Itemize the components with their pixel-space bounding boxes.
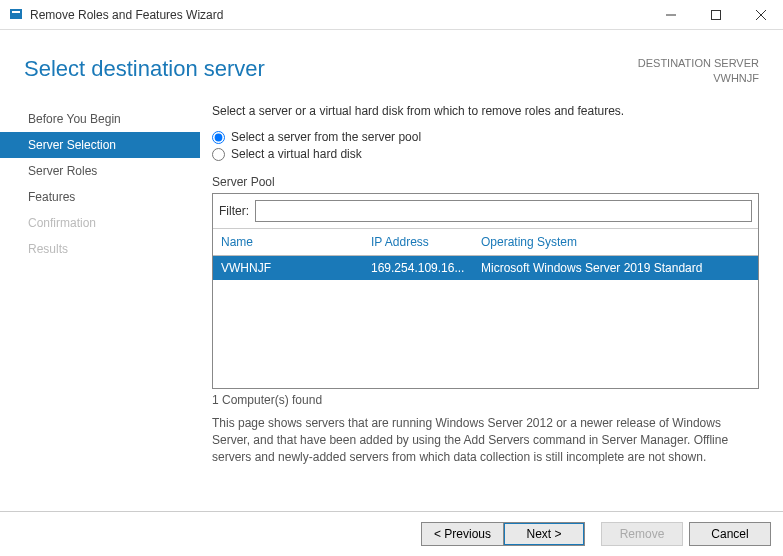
- step-confirmation: Confirmation: [0, 210, 200, 236]
- remove-button: Remove: [601, 522, 683, 546]
- table-row[interactable]: VWHNJF 169.254.109.16... Microsoft Windo…: [213, 256, 758, 280]
- destination-label: DESTINATION SERVER: [638, 56, 759, 71]
- radio-vhd-label: Select a virtual hard disk: [231, 147, 362, 161]
- step-server-roles[interactable]: Server Roles: [0, 158, 200, 184]
- col-os-header[interactable]: Operating System: [481, 235, 750, 249]
- cancel-button[interactable]: Cancel: [689, 522, 771, 546]
- radio-server-pool-input[interactable]: [212, 131, 225, 144]
- step-results: Results: [0, 236, 200, 262]
- step-server-selection[interactable]: Server Selection: [0, 132, 200, 158]
- server-pool-label: Server Pool: [212, 175, 759, 189]
- radio-server-pool[interactable]: Select a server from the server pool: [212, 130, 759, 144]
- col-name-header[interactable]: Name: [221, 235, 371, 249]
- svg-rect-3: [711, 10, 720, 19]
- cell-ip: 169.254.109.16...: [371, 261, 481, 275]
- grid-empty-area: [213, 280, 758, 388]
- previous-button[interactable]: < Previous: [421, 522, 503, 546]
- maximize-button[interactable]: [693, 0, 738, 29]
- main-panel: Select a server or a virtual hard disk f…: [200, 104, 783, 494]
- window-title: Remove Roles and Features Wizard: [30, 8, 648, 22]
- svg-rect-1: [12, 11, 20, 13]
- step-features[interactable]: Features: [0, 184, 200, 210]
- destination-server: VWHNJF: [638, 71, 759, 86]
- server-pool-box: Filter: Name IP Address Operating System…: [212, 193, 759, 389]
- step-before-you-begin[interactable]: Before You Begin: [0, 106, 200, 132]
- wizard-footer: < Previous Next > Remove Cancel: [0, 511, 783, 556]
- col-ip-header[interactable]: IP Address: [371, 235, 481, 249]
- destination-info: DESTINATION SERVER VWHNJF: [638, 56, 759, 86]
- filter-label: Filter:: [219, 204, 249, 218]
- grid-header: Name IP Address Operating System: [213, 229, 758, 256]
- radio-vhd-input[interactable]: [212, 148, 225, 161]
- intro-text: Select a server or a virtual hard disk f…: [212, 104, 759, 118]
- minimize-button[interactable]: [648, 0, 693, 29]
- svg-rect-0: [10, 9, 22, 19]
- page-title: Select destination server: [24, 56, 265, 82]
- server-grid: Name IP Address Operating System VWHNJF …: [213, 228, 758, 388]
- computer-count: 1 Computer(s) found: [212, 393, 759, 407]
- wizard-header: Select destination server DESTINATION SE…: [0, 30, 783, 104]
- app-icon: [8, 7, 24, 23]
- radio-vhd[interactable]: Select a virtual hard disk: [212, 147, 759, 161]
- filter-input[interactable]: [255, 200, 752, 222]
- titlebar: Remove Roles and Features Wizard: [0, 0, 783, 30]
- next-button[interactable]: Next >: [503, 522, 585, 546]
- help-text: This page shows servers that are running…: [212, 415, 759, 466]
- cell-os: Microsoft Windows Server 2019 Standard: [481, 261, 750, 275]
- step-list: Before You Begin Server Selection Server…: [0, 104, 200, 494]
- cell-name: VWHNJF: [221, 261, 371, 275]
- radio-server-pool-label: Select a server from the server pool: [231, 130, 421, 144]
- close-button[interactable]: [738, 0, 783, 29]
